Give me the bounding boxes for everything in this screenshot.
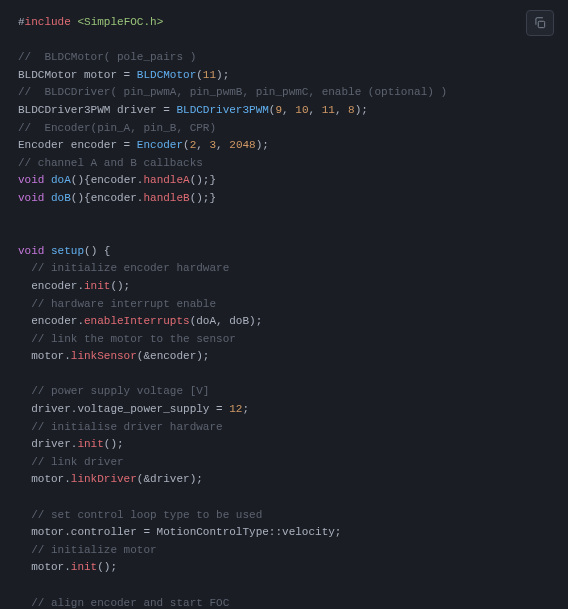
- svg-rect-0: [538, 21, 544, 27]
- code-comment: // BLDCMotor( pole_pairs ): [18, 51, 196, 63]
- copy-icon: [533, 16, 547, 30]
- code-block: #include <SimpleFOC.h> // BLDCMotor( pol…: [0, 0, 568, 609]
- code-line: #: [18, 16, 25, 28]
- copy-button[interactable]: [526, 10, 554, 36]
